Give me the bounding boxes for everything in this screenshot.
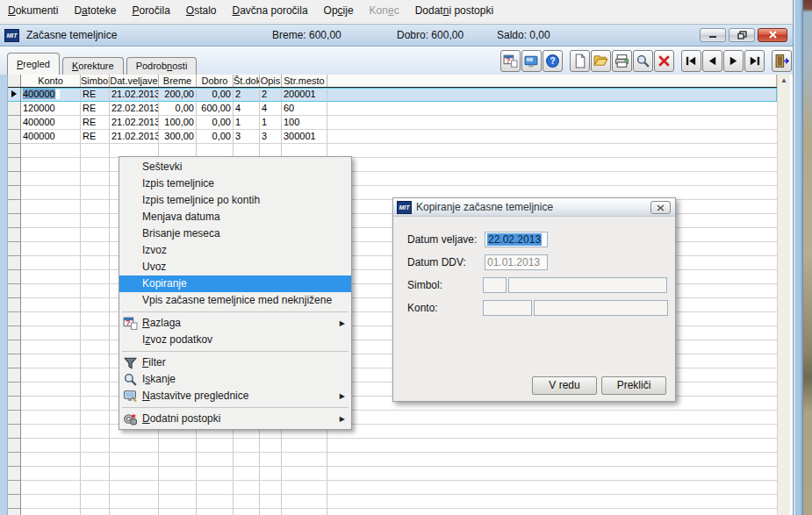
context-menu-item-filter[interactable]: Filter bbox=[119, 354, 351, 371]
row-selector[interactable] bbox=[8, 439, 21, 453]
row-selector[interactable] bbox=[8, 116, 21, 130]
row-selector[interactable] bbox=[8, 214, 21, 228]
menubar-item-dokumenti[interactable]: Dokumenti bbox=[0, 0, 66, 22]
row-selector[interactable] bbox=[8, 270, 21, 284]
row-selector[interactable] bbox=[8, 509, 21, 515]
row-selector[interactable] bbox=[8, 130, 21, 144]
grid-row[interactable]: 400000RE21.02.2013100,000,0011100 bbox=[8, 116, 777, 130]
grid-row[interactable]: 400000RE21.02.2013200,000,0022200001 bbox=[8, 88, 777, 102]
context-menu-item-izpis-temeljnice[interactable]: Izpis temeljnice bbox=[119, 175, 351, 192]
row-selector[interactable] bbox=[8, 186, 21, 200]
grid-column-header-konto[interactable]: Konto bbox=[21, 75, 81, 87]
toolbar-button-screen-tips[interactable] bbox=[521, 50, 542, 72]
menubar-item-konec[interactable]: Konec bbox=[362, 0, 407, 22]
scroll-up-icon[interactable]: ▲ bbox=[778, 75, 790, 87]
row-selector[interactable] bbox=[8, 256, 21, 270]
menubar-item-ostalo[interactable]: Ostalo bbox=[178, 0, 225, 22]
menubar-item-opcije[interactable]: Opcije bbox=[316, 0, 362, 22]
row-selector[interactable] bbox=[8, 425, 21, 439]
grid-empty-row[interactable] bbox=[8, 439, 777, 453]
row-selector[interactable] bbox=[8, 495, 21, 509]
grid-empty-row[interactable] bbox=[8, 509, 777, 515]
restore-button[interactable] bbox=[729, 28, 755, 42]
grid-empty-row[interactable] bbox=[8, 467, 777, 481]
tab-pregled[interactable]: Pregled bbox=[7, 53, 60, 75]
row-selector[interactable] bbox=[8, 298, 21, 312]
row-selector[interactable] bbox=[8, 383, 21, 397]
row-selector[interactable] bbox=[8, 368, 21, 383]
vertical-scrollbar[interactable]: ▲ bbox=[777, 75, 790, 515]
row-selector[interactable] bbox=[8, 481, 21, 495]
field-input-datum-ddv[interactable]: 01.01.2013 bbox=[485, 254, 548, 270]
context-menu-item-razlaga[interactable]: Razlaga?▶ bbox=[119, 315, 351, 332]
toolbar-button-next-record[interactable] bbox=[723, 50, 744, 72]
toolbar-button-context-help[interactable]: ? bbox=[500, 50, 521, 72]
context-menu-item-izvoz-podatkov[interactable]: Izvoz podatkov bbox=[119, 332, 351, 348]
toolbar-button-exit[interactable] bbox=[772, 50, 792, 72]
row-selector[interactable] bbox=[8, 312, 21, 326]
grid-column-header-dobro[interactable]: Dobro bbox=[197, 75, 234, 87]
row-selector[interactable] bbox=[8, 200, 21, 214]
context-menu-item-sestevki[interactable]: Seštevki bbox=[119, 159, 351, 175]
grid-column-header-opis[interactable]: Opis bbox=[260, 75, 282, 87]
ok-button[interactable]: V redu bbox=[532, 376, 597, 395]
row-selector[interactable] bbox=[8, 326, 21, 340]
row-selector[interactable] bbox=[8, 242, 21, 256]
field-input-konto-code[interactable] bbox=[483, 300, 532, 316]
tab-korekture[interactable]: Korekture bbox=[62, 57, 124, 75]
row-selector[interactable] bbox=[8, 158, 21, 172]
toolbar-button-previous-record[interactable] bbox=[702, 50, 722, 72]
row-selector[interactable] bbox=[8, 354, 21, 368]
dialog-close-button[interactable] bbox=[650, 201, 671, 214]
row-selector[interactable] bbox=[8, 467, 21, 481]
tab-podrobnosti[interactable]: Podrobnosti bbox=[126, 57, 198, 75]
context-menu-item-kopiranje[interactable]: Kopiranje bbox=[119, 275, 351, 292]
context-menu-item-nastavitve-preglednice[interactable]: Nastavitve preglednice▶ bbox=[119, 388, 351, 404]
grid-empty-row[interactable] bbox=[8, 495, 777, 509]
field-input-simbol-code[interactable] bbox=[483, 277, 507, 293]
toolbar-button-help[interactable]: ? bbox=[543, 50, 563, 72]
row-selector[interactable] bbox=[8, 284, 21, 298]
menubar-item-dodatni-postopki[interactable]: Dodatni postopki bbox=[407, 0, 501, 22]
toolbar-button-print[interactable] bbox=[612, 50, 632, 72]
close-button[interactable] bbox=[758, 28, 787, 42]
minimize-button[interactable] bbox=[700, 28, 726, 42]
context-menu-item-menjava-datuma[interactable]: Menjava datuma bbox=[119, 209, 351, 225]
context-menu-item-brisanje-meseca[interactable]: Brisanje meseca bbox=[119, 225, 351, 242]
grid-column-header-dat-veljave[interactable]: Dat.veljave bbox=[110, 75, 159, 87]
field-input-simbol-name[interactable] bbox=[508, 277, 667, 293]
row-selector[interactable] bbox=[8, 453, 21, 467]
context-menu-item-vpis-zacasne-temeljnice-med-neknjizene[interactable]: Vpis začasne temeljnice med neknjižene bbox=[119, 292, 351, 309]
context-menu-item-dodatni-postopki[interactable]: Dodatni postopki▶ bbox=[119, 411, 351, 427]
toolbar-button-new[interactable] bbox=[570, 50, 590, 72]
menubar-item-davcna-porocila[interactable]: Davčna poročila bbox=[225, 0, 316, 22]
menubar-item-datoteke[interactable]: Datoteke bbox=[66, 0, 124, 22]
grid-column-header-st-dok[interactable]: Št.dok. bbox=[234, 75, 260, 87]
context-menu-item-izvoz[interactable]: Izvoz bbox=[119, 242, 351, 259]
toolbar-button-last-record[interactable] bbox=[744, 50, 765, 72]
toolbar-button-delete[interactable] bbox=[654, 50, 674, 72]
context-menu-item-iskanje[interactable]: Iskanje bbox=[119, 371, 351, 388]
grid-column-header-str-mesto[interactable]: Str.mesto bbox=[282, 75, 327, 87]
toolbar-button-search[interactable] bbox=[633, 50, 653, 72]
menubar-item-porocila[interactable]: Poročila bbox=[124, 0, 177, 22]
cancel-button[interactable]: Prekliči bbox=[601, 376, 666, 395]
grid-column-header-breme[interactable]: Breme bbox=[159, 75, 197, 87]
context-menu-item-uvoz[interactable]: Uvoz bbox=[119, 259, 351, 275]
row-selector[interactable] bbox=[8, 102, 21, 116]
toolbar-button-first-record[interactable] bbox=[681, 50, 701, 72]
row-selector[interactable] bbox=[8, 228, 21, 242]
field-input-konto-name[interactable] bbox=[534, 300, 668, 316]
field-input-datum-veljave[interactable]: 22.02.2013 bbox=[485, 232, 548, 247]
grid-empty-row[interactable] bbox=[8, 481, 777, 495]
context-menu-item-izpis-temeljnice-po-kontih[interactable]: Izpis temeljnice po kontih bbox=[119, 192, 351, 209]
row-selector[interactable] bbox=[8, 411, 21, 425]
grid-row[interactable]: 120000RE22.02.20130,00600,004460 bbox=[8, 102, 777, 116]
row-selector[interactable] bbox=[8, 340, 21, 354]
grid-empty-row[interactable] bbox=[8, 453, 777, 467]
row-selector[interactable] bbox=[8, 144, 21, 158]
row-selector[interactable] bbox=[8, 397, 21, 411]
grid-row[interactable]: 400000RE21.02.2013300,000,0033300001 bbox=[8, 130, 777, 144]
grid-column-header-simbol[interactable]: Simbol bbox=[81, 75, 110, 87]
row-selector[interactable] bbox=[8, 172, 21, 186]
